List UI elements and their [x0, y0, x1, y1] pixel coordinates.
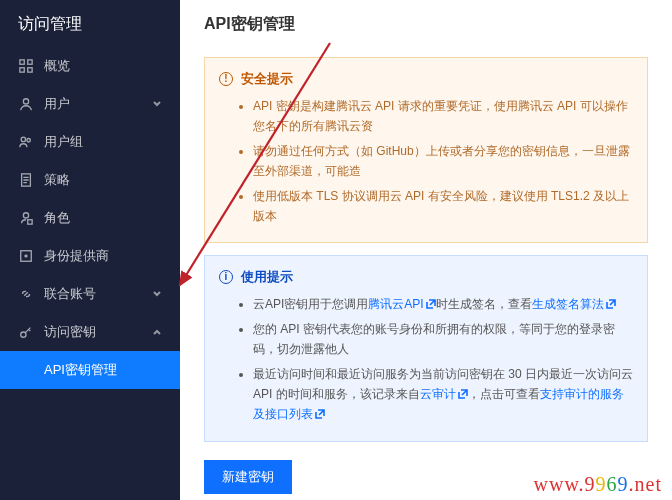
svg-rect-0 — [20, 60, 24, 64]
info-icon: i — [219, 270, 233, 284]
chevron-down-icon — [152, 287, 162, 302]
sidebar-item-user[interactable]: 用户 — [0, 85, 180, 123]
users-icon — [18, 134, 34, 150]
idp-icon — [18, 248, 34, 264]
alert-bullet: 使用低版本 TLS 协议调用云 API 有安全风险，建议使用 TLS1.2 及以… — [253, 186, 633, 227]
sidebar-sub-label: API密钥管理 — [44, 362, 117, 377]
sidebar-item-federated[interactable]: 联合账号 — [0, 275, 180, 313]
external-link-icon — [315, 404, 325, 414]
svg-rect-2 — [20, 68, 24, 72]
link-cloud-audit[interactable]: 云审计 — [420, 387, 456, 401]
chevron-down-icon — [152, 97, 162, 112]
key-icon — [18, 324, 34, 340]
svg-point-8 — [23, 213, 28, 218]
sidebar-title: 访问管理 — [0, 0, 180, 47]
role-icon — [18, 210, 34, 226]
external-link-icon — [458, 384, 468, 394]
new-key-button[interactable]: 新建密钥 — [204, 460, 292, 494]
link-icon — [18, 286, 34, 302]
sidebar-item-label: 身份提供商 — [44, 247, 109, 265]
link-tencent-api[interactable]: 腾讯云API — [368, 297, 423, 311]
sidebar-item-usergroup[interactable]: 用户组 — [0, 123, 180, 161]
alert-security: ! 安全提示 API 密钥是构建腾讯云 API 请求的重要凭证，使用腾讯云 AP… — [204, 57, 648, 243]
alert-usage: i 使用提示 云API密钥用于您调用腾讯云API时生成签名，查看生成签名算法 您… — [204, 255, 648, 441]
svg-point-6 — [27, 139, 31, 143]
sidebar-item-label: 概览 — [44, 57, 70, 75]
svg-rect-1 — [28, 60, 32, 64]
external-link-icon — [606, 294, 616, 304]
alert-title: 安全提示 — [241, 70, 293, 88]
document-icon — [18, 172, 34, 188]
chevron-up-icon — [152, 325, 162, 340]
sidebar-item-overview[interactable]: 概览 — [0, 47, 180, 85]
alert-bullet: 云API密钥用于您调用腾讯云API时生成签名，查看生成签名算法 — [253, 294, 633, 314]
svg-point-5 — [21, 137, 25, 141]
sidebar: 访问管理 概览 用户 用户组 策略 角色 身份提供商 联合账 — [0, 0, 180, 500]
alert-bullet: 最近访问时间和最近访问服务为当前访问密钥在 30 日内最近一次访问云 API 的… — [253, 364, 633, 425]
svg-point-4 — [23, 99, 28, 104]
svg-rect-9 — [28, 220, 32, 224]
sidebar-sub-apikey[interactable]: API密钥管理 — [0, 351, 180, 389]
alert-bullet: 您的 API 密钥代表您的账号身份和所拥有的权限，等同于您的登录密码，切勿泄露他… — [253, 319, 633, 360]
sidebar-item-idp[interactable]: 身份提供商 — [0, 237, 180, 275]
page-title: API密钥管理 — [180, 0, 672, 45]
sidebar-item-label: 用户 — [44, 95, 70, 113]
alert-bullet: API 密钥是构建腾讯云 API 请求的重要凭证，使用腾讯云 API 可以操作您… — [253, 96, 633, 137]
watermark: www.9969.net — [534, 473, 662, 496]
sidebar-item-label: 策略 — [44, 171, 70, 189]
sidebar-item-label: 联合账号 — [44, 285, 96, 303]
warning-icon: ! — [219, 72, 233, 86]
external-link-icon — [426, 294, 436, 304]
svg-rect-3 — [28, 68, 32, 72]
sidebar-item-role[interactable]: 角色 — [0, 199, 180, 237]
link-sign-algo[interactable]: 生成签名算法 — [532, 297, 604, 311]
sidebar-item-accesskey[interactable]: 访问密钥 — [0, 313, 180, 351]
sidebar-item-label: 用户组 — [44, 133, 83, 151]
alert-bullet: 请勿通过任何方式（如 GitHub）上传或者分享您的密钥信息，一旦泄露至外部渠道… — [253, 141, 633, 182]
sidebar-item-label: 角色 — [44, 209, 70, 227]
alert-title: 使用提示 — [241, 268, 293, 286]
main-content: API密钥管理 ! 安全提示 API 密钥是构建腾讯云 API 请求的重要凭证，… — [180, 0, 672, 500]
user-icon — [18, 96, 34, 112]
sidebar-item-label: 访问密钥 — [44, 323, 96, 341]
grid-icon — [18, 58, 34, 74]
sidebar-item-policy[interactable]: 策略 — [0, 161, 180, 199]
